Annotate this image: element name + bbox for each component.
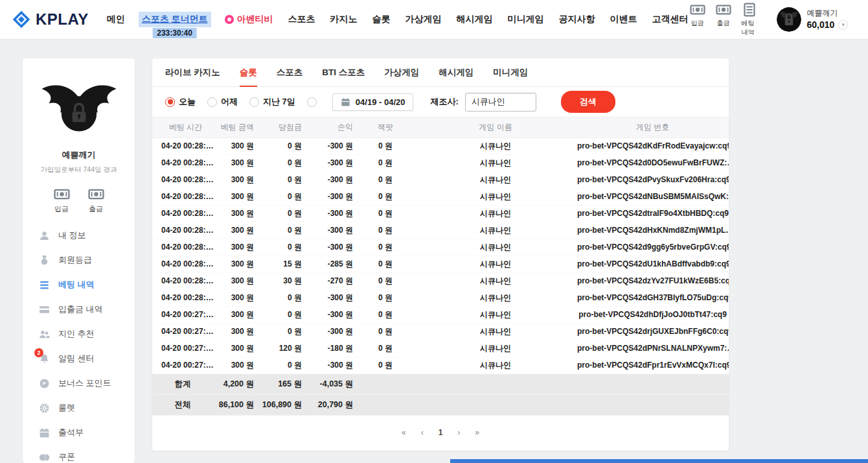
table-row: 04-20 00:27:…300 원120 원-180 원0 원시큐나인pro-… <box>152 340 729 357</box>
betting-history-icon <box>742 2 757 18</box>
table-cell: -300 원 <box>306 357 356 374</box>
radio-option[interactable]: 지난 7일 <box>249 96 295 108</box>
table-cell: 시큐나인 <box>415 255 577 272</box>
table-cell: pro-bet-VPCQS42dzYv27FU1kWzE6B5:cq9 <box>577 272 729 289</box>
medal-icon <box>39 255 50 266</box>
table-cell: 300 원 <box>214 188 259 205</box>
table-cell: 04-20 00:28:… <box>152 154 214 171</box>
table-cell: 시큐나인 <box>415 137 577 154</box>
sidebar-action-deposit[interactable]: 입금 <box>54 186 70 214</box>
date-range-picker[interactable]: 04/19 - 04/20 <box>332 93 414 111</box>
pagination: «‹1›» <box>152 416 729 447</box>
avatar-emblem-icon <box>777 7 801 32</box>
tab[interactable]: 미니게임 <box>493 58 528 86</box>
nav-item-4[interactable]: 스포츠 <box>287 12 317 27</box>
sidebar-item[interactable]: 베팅 내역 <box>23 272 135 297</box>
table-row: 04-20 00:27:…300 원0 원-300 원0 원시큐나인pro-be… <box>152 306 729 323</box>
nav-item-2[interactable]: 스포츠 토너먼트233:30:40 <box>139 12 211 27</box>
summary-cell: 전체 <box>152 394 214 415</box>
table-cell: 0 원 <box>356 323 415 340</box>
quick-actions: 입금출금베팅내역 <box>690 2 757 37</box>
sidebar-item[interactable]: 쿠폰 <box>23 445 135 463</box>
sidebar-item[interactable]: 출석부 <box>23 420 135 445</box>
deposit-icon <box>54 186 70 202</box>
tab[interactable]: 스포츠 <box>277 58 303 86</box>
table-cell: 15 원 <box>259 255 306 272</box>
deposit-icon <box>690 2 705 18</box>
sidebar-item[interactable]: P보너스 포인트 <box>23 371 135 396</box>
nav-item-12[interactable]: 고객센터 <box>651 12 690 27</box>
tab[interactable]: 해시게임 <box>439 58 474 86</box>
list-icon <box>39 279 50 291</box>
nav-item-11[interactable]: 이벤트 <box>609 12 639 27</box>
sidebar-item[interactable]: 입출금 내역 <box>23 297 135 322</box>
user-emblem <box>38 80 120 139</box>
summary-cell <box>356 374 415 394</box>
sidebar-item[interactable]: 2알림 센터 <box>23 346 135 371</box>
tab[interactable]: 가상게임 <box>384 58 419 86</box>
user-menu[interactable]: 예쁠깨기 60,010 ▾ <box>777 7 849 32</box>
quick-action-deposit[interactable]: 입금 <box>690 2 705 37</box>
table-cell: 300 원 <box>214 340 259 357</box>
quick-action-betting-history[interactable]: 베팅내역 <box>742 2 757 37</box>
table-cell: -270 원 <box>306 272 356 289</box>
nav-item-7[interactable]: 가상게임 <box>404 12 443 27</box>
tab[interactable]: 슬롯 <box>240 58 257 86</box>
nav-item-8[interactable]: 해시게임 <box>455 12 494 27</box>
nav-item-9[interactable]: 미니게임 <box>507 12 545 27</box>
search-button[interactable]: 검색 <box>561 91 615 113</box>
main-nav: 메인스포츠 토너먼트233:30:40아벤티비스포츠카지노슬롯가상게임해시게임미… <box>106 12 690 27</box>
page-button[interactable]: › <box>457 428 460 437</box>
sidebar-item[interactable]: 지인 추천 <box>23 322 135 346</box>
nav-item-6[interactable]: 슬롯 <box>371 12 392 27</box>
table-cell: 시큐나인 <box>415 272 577 289</box>
nav-item-label: 슬롯 <box>372 14 391 24</box>
table-cell: 시큐나인 <box>415 357 577 374</box>
table-row: 04-20 00:28:…300 원0 원-300 원0 원시큐나인pro-be… <box>152 222 729 239</box>
manufacturer-input[interactable] <box>465 93 536 112</box>
table-cell: 04-20 00:28:… <box>152 171 214 188</box>
page-button[interactable]: » <box>475 428 479 437</box>
calendar-icon <box>341 97 350 107</box>
brand-logo[interactable]: KPLAY <box>12 10 89 29</box>
summary-cell: 106,890 원 <box>259 394 306 415</box>
nav-item-label: 스포츠 토너먼트 <box>142 14 208 24</box>
column-header: 게임 번호 <box>577 117 729 137</box>
table-cell: 0 원 <box>356 137 415 154</box>
sidebar-action-withdraw[interactable]: 출금 <box>88 186 104 214</box>
table-cell: 04-20 00:27:… <box>152 306 214 323</box>
nav-item-1[interactable]: 메인 <box>106 12 126 27</box>
table-row: 04-20 00:28:…300 원0 원-300 원0 원시큐나인pro-be… <box>152 205 729 222</box>
top-navbar: KPLAY 메인스포츠 토너먼트233:30:40아벤티비스포츠카지노슬롯가상게… <box>0 0 868 40</box>
card-icon <box>39 304 50 315</box>
filter-bar: 오늘어제지난 7일 04/19 - 04/20 제조사: 검색 <box>152 87 729 117</box>
nav-item-5[interactable]: 카지노 <box>329 12 359 27</box>
quick-action-withdraw[interactable]: 출금 <box>716 2 731 37</box>
chevron-down-icon[interactable]: ▾ <box>838 20 848 30</box>
table-cell: 0 원 <box>259 357 306 374</box>
sidebar-item[interactable]: 내 정보 <box>23 223 135 248</box>
table-cell: 0 원 <box>356 205 415 222</box>
tab[interactable]: BTI 스포츠 <box>322 58 365 86</box>
sidebar-item-label: 쿠폰 <box>58 451 75 463</box>
page-button[interactable]: ‹ <box>421 428 424 437</box>
sidebar-item[interactable]: 회원등급 <box>23 248 135 272</box>
radio-label: 어제 <box>221 96 238 108</box>
summary-cell: -4,035 원 <box>306 374 356 394</box>
sidebar-action-label: 입금 <box>54 204 69 214</box>
table-cell: 04-20 00:28:… <box>152 289 214 306</box>
page-button[interactable]: 1 <box>439 428 443 437</box>
radio-option[interactable] <box>307 97 321 107</box>
sidebar-action-label: 출금 <box>89 204 103 214</box>
table-cell: -300 원 <box>306 154 356 171</box>
nav-item-10[interactable]: 공지사항 <box>558 12 597 27</box>
radio-option[interactable]: 어제 <box>207 96 238 108</box>
table-cell: pro-bet-VPCQS42d9gg6y5rbveGrpGV:cq9 <box>577 239 729 255</box>
table-row: 04-20 00:28:…300 원0 원-300 원0 원시큐나인pro-be… <box>152 188 729 205</box>
table-cell: 300 원 <box>214 306 259 323</box>
nav-item-3[interactable]: 아벤티비 <box>223 12 275 27</box>
page-button[interactable]: « <box>402 428 406 437</box>
sidebar-item[interactable]: 룰렛 <box>23 396 135 420</box>
radio-option[interactable]: 오늘 <box>165 96 196 108</box>
tab[interactable]: 라이브 카지노 <box>165 58 220 86</box>
